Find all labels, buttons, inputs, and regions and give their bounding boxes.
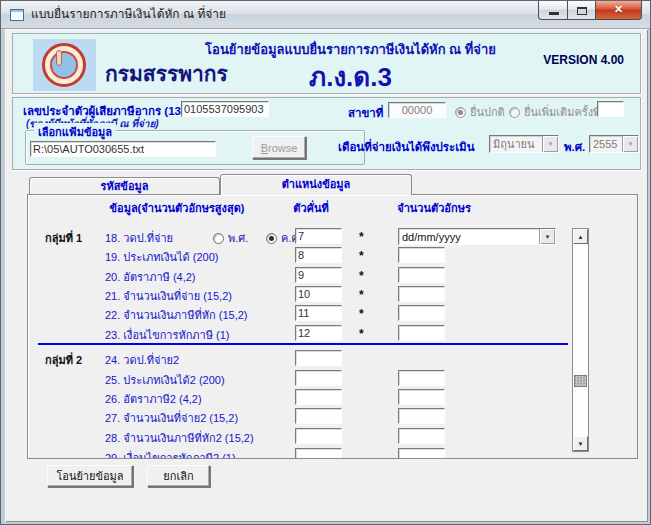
row-label: 22. จำนวนเงินภาษีที่หัก (15,2) bbox=[105, 306, 247, 324]
seal-figure bbox=[56, 50, 62, 66]
filing-panel: เลขประจำตัวผู้เสียภาษีอากร (13 หลัก) (ขอ… bbox=[12, 97, 641, 170]
group-label: กลุ่มที่ 2 bbox=[45, 351, 82, 369]
table-row: 28. จำนวนเงินภาษีที่หัก2 (15,2) bbox=[28, 428, 637, 446]
month-value: มิถุนายน bbox=[490, 135, 542, 153]
rows-scrollbar[interactable]: ▲ ▼ bbox=[572, 228, 589, 452]
chevron-down-icon[interactable]: ▼ bbox=[542, 136, 558, 152]
form-code: ภ.ง.ด.3 bbox=[178, 56, 523, 97]
radio-filing-normal-label: ยื่นปกติ bbox=[470, 103, 505, 121]
charcount-input[interactable] bbox=[398, 267, 445, 283]
minimize-button[interactable] bbox=[538, 1, 568, 20]
era-label: พ.ศ. bbox=[564, 138, 585, 156]
tin-input[interactable] bbox=[181, 101, 269, 117]
radio-filing-additional-label: ยื่นเพิ่มเติมครั้งที่ bbox=[524, 103, 600, 121]
close-icon: ✕ bbox=[596, 3, 641, 16]
delimiter-input[interactable] bbox=[295, 428, 342, 444]
app-window: แบบยื่นรายการภาษีเงินได้หัก ณ ที่จ่าย ✕ … bbox=[0, 0, 651, 525]
cancel-button[interactable]: ยกเลิก bbox=[147, 465, 210, 487]
delimiter-input[interactable] bbox=[295, 267, 342, 283]
radio-era-be[interactable]: พ.ศ. bbox=[213, 229, 248, 247]
column-header-charcount: จำนวนตัวอักษร bbox=[384, 199, 484, 217]
browse-button[interactable]: Browse bbox=[252, 136, 306, 159]
delimiter-input[interactable] bbox=[295, 370, 342, 386]
date-format-value: dd/mm/yyyy bbox=[399, 231, 539, 243]
table-row: กลุ่มที่ 2 24. วดป.ที่จ่าย2 bbox=[28, 350, 637, 368]
radio-filing-additional[interactable]: ยื่นเพิ่มเติมครั้งที่ bbox=[509, 103, 600, 121]
scroll-down-icon[interactable]: ▼ bbox=[573, 436, 588, 451]
required-star: * bbox=[359, 249, 364, 263]
charcount-input[interactable] bbox=[398, 370, 445, 386]
radio-circle-icon bbox=[509, 107, 520, 118]
row-label: 24. วดป.ที่จ่าย2 bbox=[105, 351, 179, 369]
charcount-input[interactable] bbox=[398, 448, 445, 459]
branch-input[interactable] bbox=[388, 102, 446, 118]
file-groupbox: เลือกแฟ้มข้อมูล Browse bbox=[25, 130, 365, 165]
delimiter-input[interactable] bbox=[295, 448, 342, 459]
radio-dot-icon bbox=[455, 107, 466, 118]
window-icon bbox=[10, 9, 24, 21]
charcount-input[interactable] bbox=[398, 247, 445, 263]
required-star: * bbox=[359, 327, 364, 341]
table-row: 19. ประเภทเงินได้ (200) * bbox=[28, 247, 637, 265]
charcount-input[interactable] bbox=[398, 286, 445, 302]
radio-dot-icon bbox=[266, 233, 277, 244]
tab-data-position[interactable]: ตำแหน่งข้อมูล bbox=[220, 174, 412, 195]
charcount-input[interactable] bbox=[398, 408, 445, 424]
row-label: 26. อัตราภาษี2 (4,2) bbox=[105, 390, 202, 408]
required-star: * bbox=[359, 269, 364, 283]
delimiter-input[interactable] bbox=[295, 305, 342, 321]
delimiter-input[interactable] bbox=[295, 286, 342, 302]
year-dropdown[interactable]: 2555 ▼ bbox=[589, 135, 639, 153]
tab-content: ข้อมูล(จำนวนตัวอักษรสูงสุด) ตัวคั่นที่ จ… bbox=[27, 194, 638, 459]
additional-number-input[interactable] bbox=[597, 101, 624, 117]
table-row: 29. เงื่อนไขการหักภาษี2 (1) bbox=[28, 448, 637, 459]
group-label: กลุ่มที่ 1 bbox=[45, 229, 82, 247]
month-dropdown[interactable]: มิถุนายน ▼ bbox=[489, 135, 559, 153]
scrollbar-thumb[interactable] bbox=[574, 375, 587, 387]
minimize-icon bbox=[549, 12, 559, 15]
header-panel: กรมสรรพากร โอนย้ายข้อมูลแบบยื่นรายการภาษ… bbox=[12, 33, 641, 94]
scroll-up-icon[interactable]: ▲ bbox=[573, 229, 588, 244]
row-label: 20. อัตราภาษี (4,2) bbox=[105, 268, 196, 286]
table-row: 21. จำนวนเงินที่จ่าย (15,2) * bbox=[28, 286, 637, 304]
delimiter-input[interactable] bbox=[295, 325, 342, 341]
branch-label: สาขาที่ bbox=[348, 104, 383, 122]
delimiter-input[interactable] bbox=[295, 247, 342, 263]
row-label: 19. ประเภทเงินได้ (200) bbox=[105, 248, 218, 266]
file-path-input[interactable] bbox=[30, 141, 216, 157]
titlebar[interactable]: แบบยื่นรายการภาษีเงินได้หัก ณ ที่จ่าย ✕ bbox=[1, 1, 650, 29]
window-title: แบบยื่นรายการภาษีเงินได้หัก ณ ที่จ่าย bbox=[31, 1, 226, 28]
radio-circle-icon bbox=[213, 233, 224, 244]
table-row: 25. ประเภทเงินได้2 (200) bbox=[28, 370, 637, 388]
charcount-input[interactable] bbox=[398, 305, 445, 321]
delimiter-input[interactable] bbox=[295, 350, 342, 366]
required-star: * bbox=[359, 288, 364, 302]
seal-outer-ring bbox=[42, 43, 86, 87]
month-label: เดือนที่จ่ายเงินได้พึงประเมิน bbox=[338, 138, 475, 156]
delimiter-input[interactable] bbox=[295, 408, 342, 424]
row-label: 23. เงื่อนไขการหักภาษี (1) bbox=[105, 326, 230, 344]
delimiter-input[interactable] bbox=[295, 389, 342, 405]
chevron-down-icon[interactable]: ▼ bbox=[539, 229, 555, 244]
row-label: 25. ประเภทเงินได้2 (200) bbox=[105, 371, 225, 389]
date-format-dropdown[interactable]: dd/mm/yyyy ▼ bbox=[398, 228, 556, 245]
charcount-input[interactable] bbox=[398, 389, 445, 405]
table-row: กลุ่มที่ 1 18. วดป.ที่จ่าย พ.ศ. ค.ศ. * d… bbox=[28, 228, 637, 246]
seal-inner-circle bbox=[50, 51, 78, 79]
charcount-input[interactable] bbox=[398, 428, 445, 444]
row-label: 21. จำนวนเงินที่จ่าย (15,2) bbox=[105, 287, 232, 305]
close-button[interactable]: ✕ bbox=[596, 1, 642, 20]
transfer-button[interactable]: โอนย้ายข้อมูล bbox=[47, 465, 133, 487]
delimiter-input[interactable] bbox=[295, 228, 342, 244]
tab-data-code[interactable]: รหัสข้อมูล bbox=[29, 177, 220, 194]
year-value: 2555 bbox=[590, 138, 622, 150]
chevron-down-icon[interactable]: ▼ bbox=[622, 136, 638, 152]
maximize-button[interactable] bbox=[568, 1, 596, 20]
table-row: 23. เงื่อนไขการหักภาษี (1) * bbox=[28, 325, 637, 343]
file-groupbox-label: เลือกแฟ้มข้อมูล bbox=[34, 123, 116, 141]
required-star: * bbox=[359, 230, 364, 244]
maximize-icon bbox=[577, 7, 587, 15]
table-row: 27. จำนวนเงินที่จ่าย2 (15,2) bbox=[28, 408, 637, 426]
charcount-input[interactable] bbox=[398, 325, 445, 341]
radio-filing-normal[interactable]: ยื่นปกติ bbox=[455, 103, 505, 121]
